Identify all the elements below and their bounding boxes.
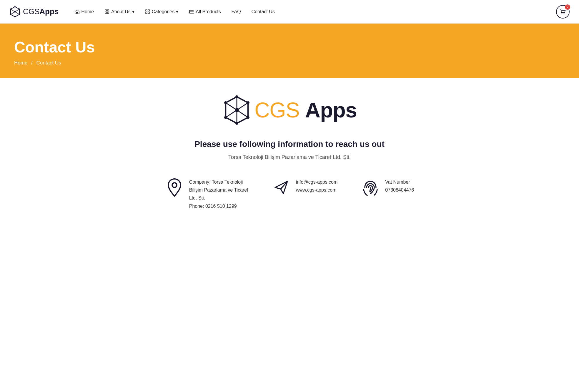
address-text: Company: Torsa Teknoloji Bilişim Pazarla… (189, 178, 248, 210)
svg-point-34 (224, 101, 227, 104)
nav-item-home[interactable]: Home (70, 7, 98, 17)
svg-point-36 (172, 183, 177, 187)
contact-card-vat: Vat Number 07308404476 (361, 178, 414, 197)
svg-rect-14 (107, 12, 109, 14)
nav-links: Home About Us ▾ (70, 6, 556, 17)
navbar: CGSApps Home About Us ▾ (0, 0, 579, 24)
svg-rect-17 (146, 12, 147, 14)
svg-rect-13 (105, 12, 107, 14)
nav-item-faq[interactable]: FAQ (227, 7, 245, 17)
location-icon (165, 178, 184, 197)
svg-point-6 (19, 14, 20, 15)
brand-name: CGSApps (23, 7, 59, 16)
nav-item-categories[interactable]: Categories ▾ (141, 6, 182, 17)
breadcrumb-separator: / (31, 60, 33, 66)
list-icon (189, 9, 194, 14)
fingerprint-icon (361, 178, 380, 197)
grid-icon-categories (145, 9, 150, 14)
svg-rect-12 (107, 10, 109, 11)
nav-item-all-products[interactable]: All Products (185, 7, 225, 17)
svg-point-5 (19, 8, 20, 9)
svg-point-33 (224, 116, 227, 119)
breadcrumb-home[interactable]: Home (14, 60, 27, 66)
svg-point-8 (10, 14, 11, 15)
svg-point-29 (235, 95, 238, 98)
svg-point-10 (14, 11, 16, 13)
contact-card-address: Company: Torsa Teknoloji Bilişim Pazarla… (165, 178, 248, 210)
svg-rect-11 (105, 10, 107, 11)
info-heading: Please use following information to reac… (14, 139, 565, 149)
svg-point-23 (562, 13, 563, 14)
hero-banner: Contact Us Home / Contact Us (0, 24, 579, 78)
svg-point-35 (235, 108, 239, 112)
svg-point-7 (14, 16, 16, 17)
nav-item-contact[interactable]: Contact Us (247, 7, 279, 17)
home-icon (74, 9, 80, 14)
cart-icon (560, 9, 566, 15)
cart-button[interactable]: 0 (556, 5, 570, 19)
svg-point-24 (564, 13, 565, 14)
cgsapps-logo-icon (222, 95, 252, 125)
logo-area: CGS Apps (14, 95, 565, 125)
contact-cards: Company: Torsa Teknoloji Bilişim Pazarla… (14, 178, 565, 210)
company-name: Torsa Teknoloji Bilişim Pazarlama ve Tic… (14, 154, 565, 160)
cart-badge: 0 (565, 4, 570, 10)
chevron-down-icon-about: ▾ (132, 9, 134, 14)
svg-rect-15 (146, 10, 147, 11)
svg-point-31 (247, 116, 249, 119)
svg-point-4 (14, 6, 16, 7)
contact-card-email: info@cgs-apps.com www.cgs-apps.com (272, 178, 338, 197)
brand-logo[interactable]: CGSApps (9, 6, 59, 17)
hero-title: Contact Us (14, 38, 565, 56)
brand-icon (9, 6, 21, 17)
svg-rect-18 (148, 12, 149, 14)
svg-rect-16 (148, 10, 149, 11)
chevron-down-icon-categories: ▾ (176, 9, 178, 14)
main-content: CGS Apps Please use following informatio… (0, 78, 579, 234)
breadcrumb-current: Contact Us (36, 60, 61, 66)
svg-point-32 (235, 122, 238, 125)
email-text: info@cgs-apps.com www.cgs-apps.com (296, 178, 338, 194)
send-icon (272, 178, 291, 197)
svg-point-9 (10, 8, 11, 9)
grid-icon-about (104, 9, 110, 14)
nav-item-about[interactable]: About Us ▾ (100, 6, 139, 17)
svg-point-30 (247, 101, 249, 104)
breadcrumb: Home / Contact Us (14, 60, 565, 66)
vat-text: Vat Number 07308404476 (385, 178, 414, 194)
logo-text-cgs: CGS (254, 98, 305, 122)
logo-text-apps: Apps (305, 98, 357, 122)
